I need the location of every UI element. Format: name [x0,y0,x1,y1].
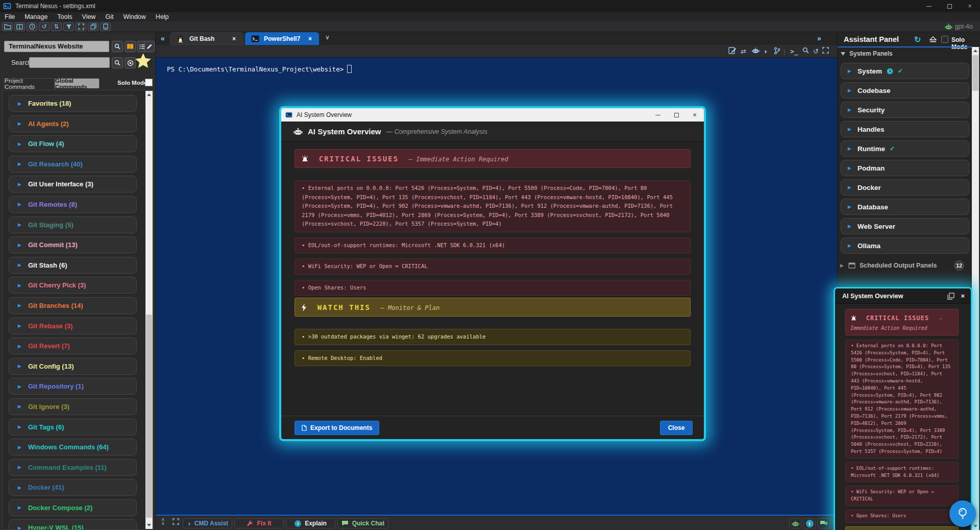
search-icon[interactable] [802,47,809,54]
system-panel-item[interactable]: ▶ Web Server [841,218,969,234]
system-panel-item[interactable]: ▶ Podman [841,160,969,176]
info-icon[interactable]: i [803,518,816,528]
robot-icon[interactable] [789,518,801,528]
command-category[interactable]: ▶ Git Tags (6) [9,419,137,436]
sort-icon[interactable]: ⇅ [51,22,62,31]
command-category[interactable]: ▶ Git Repository (1) [9,378,137,395]
solo-mode-checkbox[interactable] [145,79,153,86]
close-button[interactable]: × [685,111,704,119]
target-icon[interactable] [125,57,136,68]
history-icon[interactable]: ↺ [813,47,819,56]
menu-manage[interactable]: Manage [24,13,47,20]
tab-global-commands[interactable]: Global Commands [55,78,100,88]
command-category[interactable]: ▶ Git User Interface (3) [9,176,137,192]
expand-panel-icon[interactable] [173,518,179,525]
search-go-icon[interactable] [112,57,123,68]
close-button[interactable]: × [960,0,980,12]
open-folder-icon[interactable] [2,22,13,31]
tab-git-bash[interactable]: Git Bash × [170,32,243,45]
quick-chat-button[interactable]: Quick Chat [337,518,388,528]
star-icon[interactable] [135,53,152,69]
system-panels-header[interactable]: System Panels [841,50,893,57]
tab-project-commands[interactable]: Project Commands [4,78,55,88]
collapse-up-icon[interactable]: ∧∧ [161,517,165,525]
system-panel-item[interactable]: ▶ Docker [841,179,969,196]
copy-layers-icon[interactable] [88,22,99,31]
eject-icon[interactable] [929,36,937,43]
command-category[interactable]: ▶ Docker Compose (2) [9,499,137,516]
menu-file[interactable]: File [5,13,15,20]
sidebar-scrollbar[interactable] [145,91,153,529]
scheduled-output-panels[interactable]: ▶ Scheduled Output Panels 12 [838,258,972,273]
system-panel-item[interactable]: ▶ Codebase [841,82,969,99]
command-category[interactable]: ▶ Git Config (13) [9,358,137,375]
minimize-button[interactable] [919,0,939,12]
system-panel-item[interactable]: ▶ Handles [841,121,969,137]
menu-window[interactable]: Window [123,13,145,20]
system-panel-item[interactable]: ▶ Ollama [841,237,969,254]
terminal-prompt-icon[interactable]: >_ [790,47,798,56]
dialog-close-button[interactable]: Close [660,421,693,435]
command-category[interactable]: ▶ Git Rebase (3) [9,318,137,334]
book-icon[interactable] [125,41,136,52]
command-category[interactable]: ▶ Git Branches (14) [9,297,137,314]
right-scrollbar[interactable] [972,47,979,530]
pencil-icon[interactable] [144,41,155,52]
command-category[interactable]: ▶ Favorites (18) [9,95,137,112]
edit-script-icon[interactable] [728,47,737,54]
command-category[interactable]: ▶ Git Ignore (3) [9,398,137,415]
close-tab-icon[interactable]: × [232,35,236,42]
menu-view[interactable]: View [82,13,96,20]
tab-dropdown-icon[interactable]: ∨ [325,34,330,41]
search-input[interactable] [29,57,110,68]
robot-icon[interactable] [752,47,760,54]
refresh-icon[interactable]: ↻ [914,35,921,44]
hint-fab-button[interactable] [949,500,976,527]
split-columns-icon[interactable] [14,22,25,31]
brain-icon[interactable]: ◑ [763,47,767,56]
maximize-button[interactable] [667,113,685,117]
command-category[interactable]: ▶ Hyper-V WSL (15) [9,519,137,530]
filter-icon[interactable] [63,22,74,31]
fix-it-button[interactable]: Fix It [234,518,284,528]
command-category[interactable]: ▶ Git Commit (13) [9,236,137,253]
command-category[interactable]: ▶ Windows Commands (64) [9,439,137,455]
maximize-icon[interactable] [822,47,829,54]
menu-tools[interactable]: Tools [57,13,72,20]
minimize-button[interactable] [649,115,667,115]
search-icon[interactable] [112,41,123,52]
solo-mode-checkbox[interactable] [941,36,948,43]
command-category[interactable]: ▶ Git Cherry Pick (3) [9,277,137,294]
command-category[interactable]: ▶ Git Remotes (8) [9,196,137,213]
menu-git[interactable]: Git [105,13,113,20]
maximize-button[interactable] [939,0,960,12]
popout-icon[interactable] [947,293,954,300]
command-category[interactable]: ▶ Git Revert (7) [9,338,137,354]
command-category[interactable]: ▶ Docker (41) [9,479,137,496]
menu-help[interactable]: Help [156,13,169,20]
command-category[interactable]: ▶ Command Examples (11) [9,459,137,476]
tab-powershell7[interactable]: PowerShell7 × [245,32,319,45]
chat-bubbles-icon[interactable] [818,518,830,528]
explain-button[interactable]: i Explain [286,518,335,528]
command-category[interactable]: ▶ Git Flow (4) [9,135,137,152]
expand-icon[interactable] [76,22,86,31]
swap-icon[interactable]: ⇄ [741,47,746,56]
clock-icon[interactable] [27,22,37,31]
command-category[interactable]: ▶ Git Stash (6) [9,257,137,274]
close-icon[interactable]: × [961,292,965,300]
cmd-assist-button[interactable]: ◑ CMD Assist [183,518,232,528]
export-button[interactable]: Export to Documents [295,421,379,435]
git-branch-icon[interactable] [774,47,780,55]
system-panel-item[interactable]: ▶ Database [841,199,969,215]
system-panel-item[interactable]: ▶ Security [841,102,969,118]
expand-panel-icon[interactable]: » [817,34,821,42]
system-panel-item[interactable]: ▶ System ✓ [841,63,969,79]
system-panel-item[interactable]: ▶ Runtime ✓ [841,140,969,157]
command-category[interactable]: ▶ AI Agents (2) [9,115,137,132]
command-category[interactable]: ▶ Git Research (40) [9,156,137,173]
history-icon[interactable]: ↺ [39,22,50,31]
collapse-tabs-icon[interactable]: « [161,34,165,42]
close-tab-icon[interactable]: × [308,35,312,42]
notebook-icon[interactable] [100,22,111,31]
